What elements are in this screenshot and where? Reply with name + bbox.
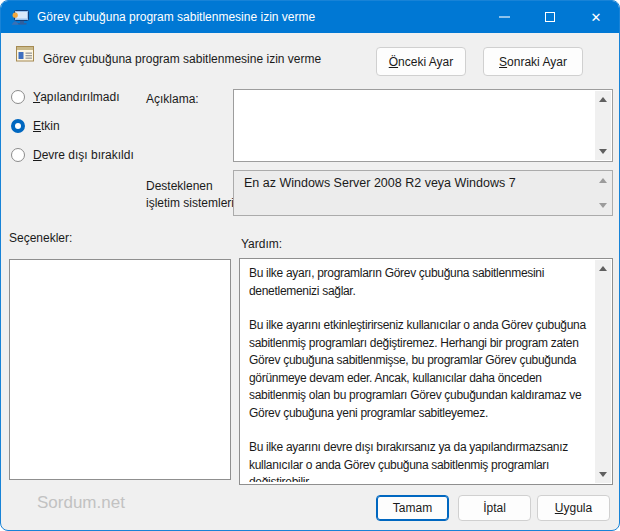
radio-not-configured[interactable]: Yapılandırılmadı [11,89,120,105]
radio-enabled[interactable]: Etkin [11,118,60,134]
cancel-button[interactable]: İptal [458,495,531,521]
scroll-down-icon[interactable] [599,149,607,154]
group-policy-icon [11,10,29,25]
titlebar: Görev çubuğuna program sabitlenmesine iz… [1,1,619,33]
scroll-down-icon[interactable] [599,203,607,208]
watermark: Sordum.net [37,493,125,513]
radio-label: Devre dışı bırakıldı [33,148,134,162]
previous-setting-button[interactable]: Önceki Ayar [376,47,466,76]
caption-buttons: ✕ [481,1,619,33]
supported-on-value: En az Windows Server 2008 R2 veya Window… [244,176,592,190]
policy-name: Görev çubuğuna program sabitlenmesine iz… [43,52,321,66]
radio-circle[interactable] [11,90,25,104]
radio-label: Etkin [33,119,60,133]
supported-on-label-line1: Desteklenen [146,178,241,195]
help-label: Yardım: [241,237,282,251]
radio-disabled[interactable]: Devre dışı bırakıldı [11,147,134,163]
scroll-up-icon[interactable] [599,97,607,102]
supported-on-field: En az Windows Server 2008 R2 veya Window… [233,170,613,216]
scroll-down-icon[interactable] [599,472,607,477]
policy-document-icon [16,46,34,62]
comment-scrollbar[interactable] [595,91,611,160]
options-panel [9,259,231,480]
close-icon[interactable]: ✕ [573,1,619,33]
radio-label: Yapılandırılmadı [33,90,120,104]
policy-setting-dialog: Görev çubuğuna program sabitlenmesine iz… [0,0,620,531]
comment-label: Açıklama: [146,92,199,106]
help-box: Bu ilke ayarı, programların Görev çubuğu… [239,258,613,485]
help-text: Bu ilke ayarı, programların Görev çubuğu… [249,265,590,482]
maximize-icon[interactable] [527,1,573,33]
supported-on-label-line2: işletim sistemleri: [146,195,241,212]
supported-scrollbar[interactable] [595,172,611,214]
comment-input[interactable] [233,89,613,162]
scroll-up-icon[interactable] [599,178,607,183]
scroll-up-icon[interactable] [599,266,607,271]
radio-circle[interactable] [11,119,25,133]
options-label: Seçenekler: [9,231,72,245]
supported-on-label: Desteklenen işletim sistemleri: [146,178,241,212]
help-paragraph: Bu ilke ayarı, programların Görev çubuğu… [249,265,590,300]
apply-button[interactable]: Uygula [537,495,610,521]
minimize-icon[interactable] [481,1,527,33]
radio-circle[interactable] [11,148,25,162]
next-setting-button[interactable]: Sonraki Ayar [483,47,583,76]
help-paragraph: Bu ilke ayarını etkinleştirirseniz kulla… [249,317,590,422]
ok-button[interactable]: Tamam [376,495,449,521]
window-title: Görev çubuğuna program sabitlenmesine iz… [37,10,481,24]
help-scrollbar[interactable] [595,260,611,483]
help-paragraph: Bu ilke ayarını devre dışı bırakırsanız … [249,439,590,482]
